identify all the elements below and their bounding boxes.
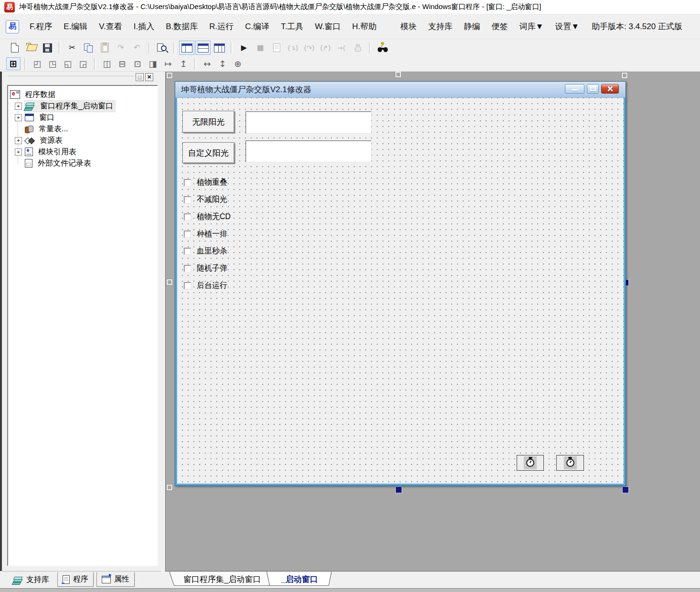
tree-item-resource-table[interactable]: + 资源表: [12, 135, 156, 146]
align-top-button[interactable]: ◱: [61, 57, 75, 70]
tree-item-module-reference-table[interactable]: + 模块引用表: [12, 146, 156, 158]
new-file-button[interactable]: [7, 41, 22, 55]
menu-window[interactable]: W.窗口: [309, 19, 347, 34]
panel-splitter[interactable]: [161, 72, 165, 571]
stop-button[interactable]: ■: [253, 41, 268, 55]
expand-box[interactable]: +: [15, 114, 22, 121]
window-split-rows-button[interactable]: [195, 41, 211, 55]
pause-button[interactable]: [350, 41, 365, 55]
save-button[interactable]: [40, 41, 55, 55]
close-button[interactable]: [601, 84, 619, 94]
timer-component-1[interactable]: [517, 455, 544, 471]
menu-program[interactable]: F.程序: [24, 19, 58, 34]
designed-form-client[interactable]: 无限阳光 自定义阳光 植物重叠 不减阳光 植物无CD: [175, 98, 626, 486]
expand-box[interactable]: +: [15, 137, 22, 144]
unlimited-sun-button[interactable]: 无限阳光: [182, 111, 234, 133]
checkbox-hp-instant-kill[interactable]: 血里秒杀: [184, 246, 227, 256]
show-grid-button[interactable]: ⊞: [6, 57, 21, 70]
cut-button[interactable]: ✂: [64, 41, 80, 55]
find-helper-button[interactable]: ?: [375, 41, 390, 55]
push-right-button[interactable]: ↦: [161, 57, 175, 70]
menu-notes[interactable]: 便签: [486, 19, 513, 34]
checkbox-box[interactable]: [184, 179, 191, 186]
panel-close-button[interactable]: ✕: [145, 73, 153, 81]
custom-sun-button[interactable]: 自定义阳光: [182, 142, 234, 163]
menu-insert[interactable]: I.插入: [128, 19, 160, 34]
menu-compile[interactable]: C.编译: [239, 19, 275, 34]
menu-module[interactable]: 模块: [394, 19, 422, 34]
form-resize-handle-bottom-left[interactable]: [167, 485, 172, 490]
center-vertical-button[interactable]: ⊟: [115, 57, 129, 70]
menu-support-library[interactable]: 支持库: [422, 19, 458, 34]
center-horizontal-button[interactable]: ◫: [100, 57, 114, 70]
tree-item-window[interactable]: + 窗口: [12, 112, 156, 123]
menu-edit[interactable]: E.编辑: [58, 19, 93, 34]
doc-tab-startup-window[interactable]: _启动窗口: [266, 571, 332, 587]
undo-button[interactable]: ↶: [129, 41, 145, 55]
tree-item-program-data[interactable]: 程序数据: [9, 89, 156, 100]
maximize-button[interactable]: [587, 84, 599, 94]
form-resize-handle-top-center[interactable]: [395, 72, 401, 77]
checkbox-plant-no-cd[interactable]: 植物无CD: [184, 212, 231, 222]
tree-item-window-program-set[interactable]: + 窗口程序集_启动窗口: [12, 100, 156, 112]
panel-float-button[interactable]: □: [136, 73, 144, 81]
designed-form[interactable]: 坤哥植物大战僵尸杂交版V2.1修改器 无限阳光 自定义阳光 植物重叠: [175, 81, 626, 486]
run-button[interactable]: ▶: [236, 41, 252, 55]
paste-button[interactable]: [97, 41, 112, 55]
checkbox-plant-whole-row[interactable]: 种植一排: [184, 229, 227, 239]
align-bottom-button[interactable]: ◲: [76, 57, 90, 70]
debug-document-button[interactable]: [269, 41, 284, 55]
sun-value-input-1[interactable]: [245, 111, 371, 134]
window-split-left-button[interactable]: [179, 41, 194, 55]
menu-help[interactable]: H.帮助: [346, 19, 382, 34]
form-resize-handle-top-left[interactable]: [167, 73, 172, 78]
form-resize-handle-bottom-right[interactable]: [623, 487, 628, 493]
step-into-button[interactable]: {↴}: [285, 41, 300, 55]
checkbox-box[interactable]: [184, 248, 191, 255]
tab-support-library[interactable]: 支持库: [8, 572, 54, 587]
tree-item-external-file-table[interactable]: 外部文件记录表: [12, 158, 156, 169]
checkbox-no-sun-decrease[interactable]: 不减阳光: [184, 195, 227, 204]
tree-item-constant-table[interactable]: 常量表...: [12, 123, 156, 135]
checkbox-background-run[interactable]: 后台运行: [184, 281, 227, 290]
step-over-button[interactable]: {↷}: [301, 41, 317, 55]
form-designer-surface[interactable]: 坤哥植物大战僵尸杂交版V2.1修改器 无限阳光 自定义阳光 植物重叠: [165, 72, 700, 571]
align-left-button[interactable]: ◰: [30, 57, 44, 70]
menu-tools[interactable]: T.工具: [275, 19, 309, 34]
redo-button[interactable]: ↷: [113, 41, 128, 55]
menu-view[interactable]: V.查看: [93, 19, 128, 34]
checkbox-box[interactable]: [184, 265, 191, 272]
checkbox-box[interactable]: [184, 231, 191, 238]
checkbox-box[interactable]: [184, 282, 191, 289]
same-width-button[interactable]: ↔: [200, 57, 214, 70]
tab-properties[interactable]: 属性: [96, 572, 135, 587]
step-out-button[interactable]: {↱}: [318, 41, 333, 55]
window-split-grid-button[interactable]: [212, 41, 227, 55]
tab-program[interactable]: 程序: [57, 572, 94, 587]
menu-lexicon[interactable]: 词库▼: [513, 19, 549, 34]
form-resize-handle-bottom-center[interactable]: [396, 487, 402, 493]
form-resize-handle-top-right[interactable]: [622, 73, 627, 78]
expand-box[interactable]: +: [15, 148, 22, 156]
form-resize-handle-mid-left[interactable]: [167, 279, 172, 285]
timer-component-2[interactable]: [556, 455, 584, 471]
checkbox-plant-overlap[interactable]: 植物重叠: [184, 178, 227, 187]
copy-button[interactable]: [81, 41, 96, 55]
same-size-button[interactable]: ⊕: [231, 57, 245, 70]
menu-settings[interactable]: 设置▼: [549, 19, 585, 34]
menu-database[interactable]: B.数据库: [160, 19, 203, 34]
menu-static-compile[interactable]: 静编: [458, 19, 486, 34]
checkbox-box[interactable]: [184, 213, 191, 221]
space-across-button[interactable]: ⊡: [130, 57, 145, 70]
minimize-button[interactable]: [565, 84, 584, 94]
designed-form-titlebar[interactable]: 坤哥植物大战僵尸杂交版V2.1修改器: [175, 82, 626, 98]
find-button[interactable]: [154, 41, 170, 55]
align-right-button[interactable]: ◳: [45, 57, 60, 70]
menu-run[interactable]: R.运行: [203, 19, 239, 34]
checkbox-random-bullet[interactable]: 随机子弹: [184, 264, 227, 273]
doc-tab-window-program-set[interactable]: 窗口程序集_启动窗口: [169, 571, 275, 587]
expand-box[interactable]: +: [15, 103, 22, 110]
run-to-cursor-button[interactable]: →{: [334, 41, 349, 55]
sun-value-input-2[interactable]: [245, 140, 371, 162]
checkbox-box[interactable]: [184, 196, 191, 203]
